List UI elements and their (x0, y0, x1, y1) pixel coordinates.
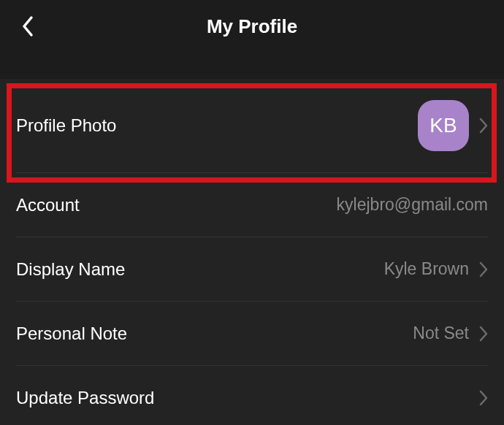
row-value: Kyle Brown (384, 259, 469, 279)
profile-settings-section: Profile Photo KB Account kylejbro@gmail.… (0, 79, 504, 425)
row-profile-photo[interactable]: Profile Photo KB (16, 79, 488, 172)
chevron-right-icon (479, 326, 488, 342)
row-label: Display Name (16, 259, 125, 280)
row-label: Profile Photo (16, 115, 116, 136)
header-gap (0, 53, 504, 79)
row-label: Account (16, 195, 80, 215)
row-label: Update Password (16, 388, 154, 408)
chevron-left-icon (21, 15, 34, 37)
page-title: My Profile (207, 15, 297, 38)
row-right: Not Set (413, 323, 488, 343)
chevron-right-icon (479, 390, 488, 406)
chevron-right-icon (479, 261, 488, 277)
row-right: kylejbro@gmail.com (337, 195, 488, 215)
row-right: KB (418, 100, 488, 151)
row-update-password[interactable]: Update Password (16, 365, 488, 425)
row-right (479, 390, 488, 406)
row-value: Not Set (413, 323, 469, 343)
row-right: Kyle Brown (384, 259, 488, 279)
row-display-name[interactable]: Display Name Kyle Brown (16, 237, 488, 301)
back-button[interactable] (13, 12, 42, 41)
row-label: Personal Note (16, 323, 127, 344)
row-account[interactable]: Account kylejbro@gmail.com (16, 172, 488, 237)
row-value: kylejbro@gmail.com (337, 195, 488, 215)
row-personal-note[interactable]: Personal Note Not Set (16, 301, 488, 365)
chevron-right-icon (479, 118, 488, 134)
avatar: KB (418, 100, 469, 151)
header: My Profile (0, 0, 504, 53)
